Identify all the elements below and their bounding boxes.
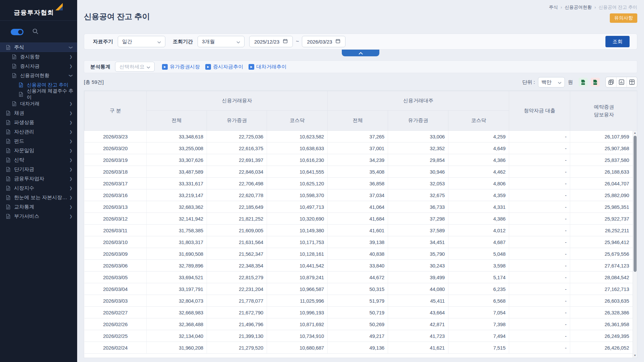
- sidebar-item[interactable]: 금융투자업자❯: [0, 174, 77, 183]
- chevron-right-icon: ❯: [69, 139, 72, 143]
- table-row: 2026/03/1933,307,62622,691,39710,616,230…: [85, 154, 638, 166]
- sidebar-item[interactable]: 증시동향❯: [0, 52, 77, 61]
- value-cell: 6,235: [448, 283, 509, 295]
- table-view-icon[interactable]: [627, 77, 637, 87]
- analysis-link[interactable]: ▶증시자금추이: [205, 64, 243, 70]
- calendar-icon[interactable]: [283, 39, 288, 45]
- table-chart-view-icon[interactable]: [606, 77, 616, 87]
- value-cell: 28,084,542: [570, 272, 637, 283]
- collapse-panel-button[interactable]: [342, 50, 379, 56]
- value-cell: 22,706,498: [207, 178, 267, 189]
- value-cell: 4,386: [448, 213, 509, 225]
- sidebar-item[interactable]: 신용거래 체결주수 추이: [0, 89, 77, 99]
- analysis-select[interactable]: 선택하세요: [115, 62, 155, 72]
- value-cell: 10,320,690: [267, 213, 328, 225]
- chevron-down-icon: ❯: [69, 46, 73, 49]
- value-cell: 26,328,386: [570, 307, 637, 318]
- search-icon[interactable]: [32, 28, 39, 36]
- value-cell: 31,960,208: [147, 342, 207, 354]
- arrow-right-icon: ▶: [162, 64, 168, 70]
- unit-select[interactable]: 백만: [538, 77, 565, 87]
- value-cell: 10,734,910: [267, 330, 328, 342]
- chevron-right-icon: ❯: [69, 111, 72, 115]
- value-cell: -: [509, 166, 570, 178]
- value-cell: 10,616,230: [267, 154, 328, 166]
- value-cell: 26,603,635: [570, 295, 637, 307]
- sidebar-item[interactable]: 파생상품❯: [0, 118, 77, 127]
- theme-toggle[interactable]: [11, 29, 23, 35]
- value-cell: -: [509, 201, 570, 213]
- value-cell: 30,243: [388, 260, 448, 272]
- value-cell: 22,348,354: [207, 260, 267, 272]
- document-icon: [6, 204, 10, 209]
- sidebar-item[interactable]: 대차거래❯: [0, 99, 77, 108]
- sidebar-nav: 주식❯증시동향❯증시자금❯신용공여현황❯신용공여 잔고 추이신용거래 체결주수 …: [0, 43, 77, 221]
- sidebar-item[interactable]: 신탁❯: [0, 155, 77, 165]
- col-subheader: 코스닥: [448, 111, 509, 131]
- value-cell: 10,641,555: [267, 166, 328, 178]
- breadcrumb-link[interactable]: 주식: [549, 4, 558, 10]
- breadcrumb-current: 신용공여 잔고 추이: [598, 4, 637, 10]
- value-cell: 7,494: [448, 330, 509, 342]
- value-cell: -: [509, 342, 570, 354]
- calendar-icon[interactable]: [335, 39, 340, 45]
- sidebar-item[interactable]: 단기자금❯: [0, 165, 77, 174]
- scroll-down-icon[interactable]: ▼: [633, 353, 637, 358]
- arrow-right-icon: ▶: [205, 64, 211, 70]
- value-cell: 21,562,347: [207, 248, 267, 260]
- notice-button[interactable]: 유의사항: [610, 13, 637, 23]
- table-row: 2026/03/2033,255,00822,616,37510,638,633…: [85, 142, 638, 154]
- value-cell: -: [509, 213, 570, 225]
- value-cell: 37,589: [388, 225, 448, 236]
- value-cell: 44,672: [328, 272, 388, 283]
- chevron-right-icon: ❯: [69, 64, 72, 68]
- analysis-link[interactable]: ▶유가증권시장: [162, 64, 200, 70]
- value-cell: -: [509, 307, 570, 318]
- chart-view-icon[interactable]: [616, 77, 627, 87]
- date-to-input[interactable]: 2026/03/23: [302, 36, 345, 47]
- value-cell: 26,188,633: [570, 166, 637, 178]
- table-row: 2026/03/1332,683,36222,185,64910,497,713…: [85, 201, 638, 213]
- value-cell: 32,683,362: [147, 201, 207, 213]
- breadcrumb-link[interactable]: 신용공여현황: [565, 4, 592, 10]
- table-row: 2026/03/2333,348,61822,725,03610,623,582…: [85, 131, 638, 142]
- page-title: 신용공여 잔고 추이: [84, 11, 150, 22]
- scroll-up-icon[interactable]: ▲: [633, 131, 637, 135]
- sidebar-item[interactable]: 부가서비스❯: [0, 212, 77, 221]
- date-from-input[interactable]: 2025/12/23: [249, 36, 293, 47]
- sidebar-item[interactable]: 채권❯: [0, 108, 77, 118]
- value-cell: 10,996,193: [267, 307, 328, 318]
- cycle-select[interactable]: 일간: [118, 36, 165, 47]
- sidebar-item[interactable]: 펀드❯: [0, 136, 77, 146]
- value-cell: 37,034: [328, 189, 388, 201]
- sidebar-item[interactable]: 자문일임❯: [0, 146, 77, 155]
- analysis-link[interactable]: ▶대차거래추이: [249, 64, 286, 70]
- value-cell: 10,171,753: [267, 236, 328, 248]
- document-icon: [19, 82, 23, 87]
- sidebar-item[interactable]: 신용공여현황❯: [0, 71, 77, 80]
- logo[interactable]: 금융투자협회: [0, 0, 77, 21]
- value-cell: 11,025,996: [267, 295, 328, 307]
- table-row: 2026/02/2431,960,20821,279,52010,680,687…: [85, 342, 638, 354]
- excel-xlsx-download-icon[interactable]: XLSX: [579, 78, 588, 86]
- sidebar-item[interactable]: 주식❯: [0, 43, 77, 52]
- excel-xls-download-icon[interactable]: XLS: [591, 78, 600, 86]
- sidebar-item[interactable]: 시장지수❯: [0, 183, 77, 193]
- scrollbar-thumb[interactable]: [634, 136, 637, 272]
- sidebar-item[interactable]: 한눈에 보는 자본시장…❯: [0, 193, 77, 202]
- sidebar-item[interactable]: 증시자금❯: [0, 61, 77, 71]
- chevron-right-icon: ❯: [69, 186, 72, 190]
- date-cell: 2026/03/20: [85, 142, 147, 154]
- document-icon: [6, 167, 10, 172]
- value-cell: 33,840: [328, 260, 388, 272]
- value-cell: 5,174: [448, 272, 509, 283]
- sidebar-item[interactable]: 자산관리❯: [0, 127, 77, 136]
- logo-arrow-icon: [55, 2, 63, 12]
- search-button[interactable]: 조회: [605, 36, 630, 47]
- value-cell: 4,806: [448, 178, 509, 189]
- data-table: 구 분 신용거래융자 신용거래대주 청약자금 대출 예탁증권 담보융자 전체 유…: [84, 90, 637, 358]
- value-cell: 39,499: [388, 272, 448, 283]
- vertical-scrollbar[interactable]: ▲ ▼: [633, 131, 637, 358]
- sidebar-item[interactable]: 교차통계❯: [0, 202, 77, 212]
- period-select[interactable]: 3개월: [198, 36, 245, 47]
